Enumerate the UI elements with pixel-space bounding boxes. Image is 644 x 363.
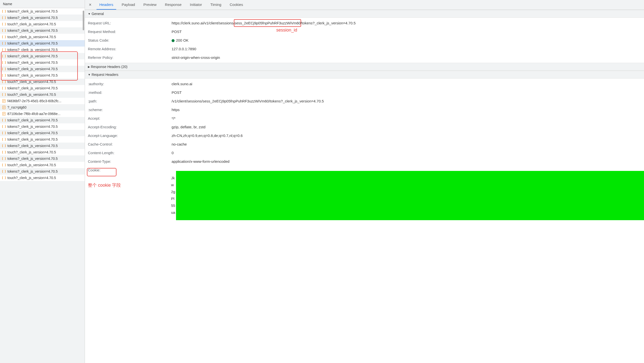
request-row[interactable]: touch?_clerk_js_version=4.70.5	[0, 21, 85, 27]
header-key: Accept-Language:	[88, 132, 172, 139]
request-row[interactable]: touch?_clerk_js_version=4.70.5	[0, 175, 85, 181]
network-request-list-panel: Name tokens?_clerk_js_version=4.70.5toke…	[0, 0, 85, 363]
request-name: ?_rsc=ptg60	[8, 105, 26, 109]
request-row[interactable]: f4836bf7-2e75-45d1-85c3-60b2fc...	[0, 98, 85, 104]
chevron-right-icon: ▶	[88, 65, 90, 69]
header-value: POST	[172, 28, 641, 35]
section-header[interactable]: ▶Response Headers (20)	[85, 63, 644, 71]
truncated-cookie-fragment: 2g	[171, 190, 175, 194]
tab-timing[interactable]: Timing	[208, 0, 224, 10]
request-name: tokens?_clerk_js_version=4.70.5	[8, 86, 58, 90]
header-row: Cache-Control:no-cache	[85, 140, 644, 149]
json-icon	[2, 80, 6, 84]
chevron-down-icon: ▼	[88, 73, 90, 76]
truncated-cookie-fragment: w	[171, 183, 174, 187]
json-icon	[2, 41, 6, 45]
request-row[interactable]: tokens?_clerk_js_version=4.70.5	[0, 59, 85, 66]
request-row[interactable]: tokens?_clerk_js_version=4.70.5	[0, 40, 85, 47]
header-key: Request URL:	[88, 20, 172, 26]
section-title-text: Response Headers (20)	[91, 65, 128, 69]
headers-content[interactable]: ▼GeneralRequest URL:https://clerk.suno.a…	[85, 10, 644, 363]
request-row[interactable]: tokens?_clerk_js_version=4.70.5	[0, 117, 85, 123]
request-name: tokens?_clerk_js_version=4.70.5	[8, 157, 58, 161]
request-row[interactable]: tokens?_clerk_js_version=4.70.5	[0, 136, 85, 143]
header-key: Accept:	[88, 115, 172, 122]
redaction-block	[176, 171, 644, 220]
annotation-cookie-label: 整个 cookie 字段	[88, 182, 121, 188]
request-row[interactable]: tokens?_clerk_js_version=4.70.5	[0, 168, 85, 175]
request-name: tokens?_clerk_js_version=4.70.5	[8, 41, 58, 45]
close-detail-button[interactable]: ×	[86, 1, 94, 9]
request-name: tokens?_clerk_js_version=4.70.5	[8, 16, 58, 20]
scrollbar-thumb[interactable]	[83, 11, 84, 30]
json-icon	[2, 93, 6, 97]
header-value: 0	[172, 150, 641, 156]
request-row[interactable]: ?_rsc=ptg60	[0, 104, 85, 111]
request-row[interactable]: tokens?_clerk_js_version=4.70.5	[0, 155, 85, 162]
tab-cookies[interactable]: Cookies	[227, 0, 246, 10]
request-name: touch?_clerk_js_version=4.70.5	[8, 35, 56, 39]
section-header[interactable]: ▼General	[85, 10, 644, 18]
request-row[interactable]: tokens?_clerk_js_version=4.70.5	[0, 15, 85, 21]
section-header[interactable]: ▼Request Headers	[85, 71, 644, 79]
request-name: tokens?_clerk_js_version=4.70.5	[8, 131, 58, 135]
truncated-cookie-fragment: ua	[171, 210, 175, 214]
name-column-header: Name	[3, 2, 12, 6]
header-value: gzip, deflate, br, zstd	[172, 124, 641, 130]
doc-icon	[2, 112, 6, 116]
request-row[interactable]: tokens?_clerk_js_version=4.70.5	[0, 85, 85, 91]
header-row: :path:/v1/client/sessions/sess_2eECj9p05…	[85, 97, 644, 105]
request-row[interactable]: tokens?_clerk_js_version=4.70.5	[0, 66, 85, 72]
status-dot-icon	[172, 39, 174, 42]
json-icon	[2, 9, 6, 13]
truncated-cookie-fragment: Pl	[171, 197, 174, 201]
json-icon	[2, 29, 6, 33]
request-name: tokens?_clerk_js_version=4.70.5	[8, 125, 58, 129]
request-name: touch?_clerk_js_version=4.70.5	[8, 22, 56, 26]
request-row[interactable]: tokens?_clerk_js_version=4.70.5	[0, 8, 85, 15]
request-row[interactable]: touch?_clerk_js_version=4.70.5	[0, 162, 85, 168]
request-name: tokens?_clerk_js_version=4.70.5	[8, 137, 58, 141]
json-icon	[2, 16, 6, 20]
header-row: Accept-Language:zh-CN,zh;q=0.9,en;q=0.8,…	[85, 131, 644, 140]
request-row[interactable]: tokens?_clerk_js_version=4.70.5	[0, 123, 85, 130]
request-row[interactable]: tokens?_clerk_js_version=4.70.5	[0, 143, 85, 149]
request-row[interactable]: touch?_clerk_js_version=4.70.5	[0, 79, 85, 85]
request-name: tokens?_clerk_js_version=4.70.5	[8, 48, 58, 52]
request-row[interactable]: tokens?_clerk_js_version=4.70.5	[0, 47, 85, 53]
tab-payload[interactable]: Payload	[119, 0, 138, 10]
request-list[interactable]: tokens?_clerk_js_version=4.70.5tokens?_c…	[0, 8, 85, 363]
header-value: no-cache	[172, 141, 641, 148]
json-icon	[2, 73, 6, 77]
json-icon	[2, 22, 6, 26]
header-row: Request URL:https://clerk.suno.ai/v1/cli…	[85, 19, 644, 27]
request-name: tokens?_clerk_js_version=4.70.5	[8, 54, 58, 58]
request-row[interactable]: tokens?_clerk_js_version=4.70.5	[0, 53, 85, 59]
header-key: :method:	[88, 89, 172, 96]
header-row: :scheme:https	[85, 105, 644, 114]
request-list-header[interactable]: Name	[0, 0, 85, 8]
header-row: Content-Length:0	[85, 149, 644, 157]
tab-preview[interactable]: Preview	[140, 0, 159, 10]
json-icon	[2, 48, 6, 52]
request-row[interactable]: touch?_clerk_js_version=4.70.5	[0, 34, 85, 40]
header-key: Cookie:	[88, 167, 172, 173]
request-name: touch?_clerk_js_version=4.70.5	[8, 163, 56, 167]
request-name: tokens?_clerk_js_version=4.70.5	[8, 73, 58, 77]
request-row[interactable]: touch?_clerk_js_version=4.70.5	[0, 149, 85, 155]
request-name: 87106cbe-7f6b-4fc8-aa7e-0968e...	[8, 112, 60, 116]
tab-response[interactable]: Response	[162, 0, 185, 10]
header-key: Remote Address:	[88, 46, 172, 52]
header-value: https://clerk.suno.ai/v1/client/sessions…	[172, 20, 641, 26]
request-row[interactable]: tokens?_clerk_js_version=4.70.5	[0, 130, 85, 136]
request-row[interactable]: touch?_clerk_js_version=4.70.5	[0, 91, 85, 98]
request-row[interactable]: tokens?_clerk_js_version=4.70.5	[0, 27, 85, 34]
tab-initiator[interactable]: Initiator	[187, 0, 205, 10]
json-icon	[2, 176, 6, 180]
request-row[interactable]: 87106cbe-7f6b-4fc8-aa7e-0968e...	[0, 111, 85, 117]
tab-headers[interactable]: Headers	[96, 0, 116, 10]
request-name: f4836bf7-2e75-45d1-85c3-60b2fc...	[8, 99, 62, 103]
request-row[interactable]: tokens?_clerk_js_version=4.70.5	[0, 72, 85, 79]
header-value: */*	[172, 115, 641, 122]
request-detail-panel: × HeadersPayloadPreviewResponseInitiator…	[85, 0, 644, 363]
